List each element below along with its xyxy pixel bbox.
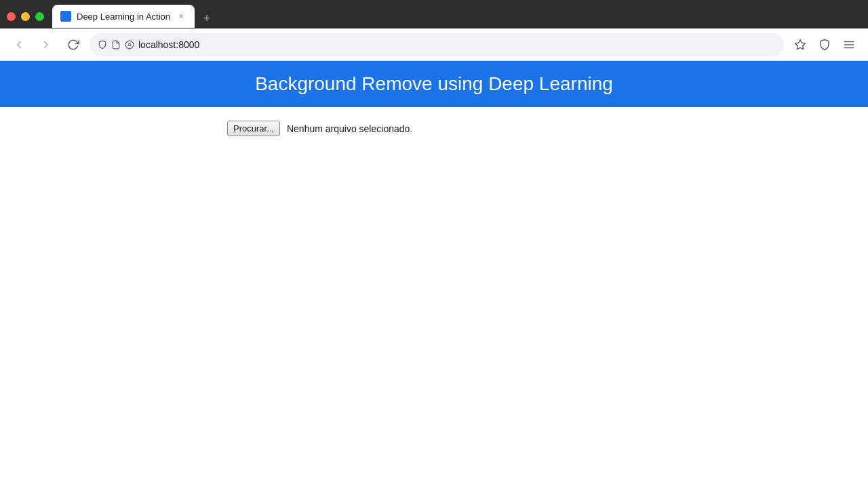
file-input-button-label: Procurar... xyxy=(233,123,274,134)
back-button[interactable] xyxy=(8,34,30,56)
reload-button[interactable] xyxy=(62,34,84,56)
active-tab[interactable]: Deep Learning in Action × xyxy=(52,5,195,28)
nav-bar: localhost:8000 xyxy=(0,28,868,61)
new-tab-button[interactable]: + xyxy=(197,9,216,28)
svg-point-2 xyxy=(128,43,131,46)
maximize-window-button[interactable] xyxy=(35,12,44,21)
tab-favicon-icon xyxy=(60,11,71,22)
svg-rect-0 xyxy=(60,11,71,22)
forward-icon xyxy=(40,39,52,51)
browser-chrome: Deep Learning in Action × + xyxy=(0,0,868,61)
tab-title: Deep Learning in Action xyxy=(77,12,170,22)
forward-button[interactable] xyxy=(35,34,57,56)
shield-icon xyxy=(818,39,831,51)
title-bar: Deep Learning in Action × + xyxy=(0,0,868,28)
page-header-title: Background Remove using Deep Learning xyxy=(14,73,854,95)
file-input-button[interactable]: Procurar... xyxy=(227,121,280,136)
page-content: Background Remove using Deep Learning Pr… xyxy=(0,61,868,150)
tracking-icon xyxy=(125,40,134,49)
window-controls xyxy=(7,12,44,21)
bookmark-button[interactable] xyxy=(789,34,811,56)
file-status-text: Nenhum arquivo selecionado. xyxy=(287,123,412,134)
address-bar-wrap[interactable]: localhost:8000 xyxy=(90,33,784,56)
minimize-window-button[interactable] xyxy=(21,12,30,21)
close-window-button[interactable] xyxy=(7,12,16,21)
hamburger-menu-icon xyxy=(843,39,855,51)
page-body: Procurar... Nenhum arquivo selecionado. xyxy=(0,107,868,150)
page-header: Background Remove using Deep Learning xyxy=(0,61,868,107)
menu-button[interactable] xyxy=(838,34,860,56)
page-icon xyxy=(111,40,121,49)
security-icon xyxy=(98,40,107,49)
tab-close-button[interactable]: × xyxy=(176,11,186,22)
reload-icon xyxy=(67,39,79,51)
svg-marker-3 xyxy=(795,39,806,49)
firefox-shield-button[interactable] xyxy=(814,34,835,56)
svg-point-1 xyxy=(125,41,134,49)
nav-right-icons xyxy=(789,34,860,56)
bookmark-icon xyxy=(794,39,806,51)
address-input[interactable]: localhost:8000 xyxy=(138,39,776,50)
tabs-bar: Deep Learning in Action × + xyxy=(52,5,861,28)
back-icon xyxy=(13,39,25,51)
